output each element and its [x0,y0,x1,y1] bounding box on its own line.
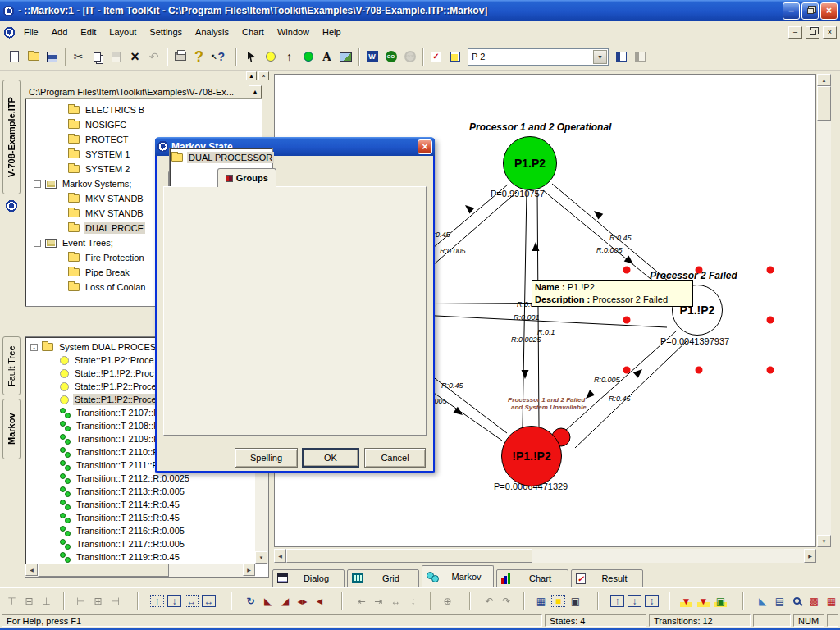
tree-item[interactable]: Transition::T 2117::R:0.005 [25,537,255,550]
copy-icon[interactable] [88,48,107,66]
size-tallest-icon[interactable]: ↑ [148,592,166,609]
state-node[interactable]: P1.P2 [503,136,557,190]
grid-icon[interactable]: ▦ [532,592,550,609]
print-icon[interactable] [171,48,189,66]
node-tool-icon[interactable] [299,48,317,66]
align-bottom-icon[interactable]: ⊥ [38,592,55,609]
cascade-windows-icon[interactable] [631,48,650,66]
panel-scroll-up-button[interactable]: ▲ [246,71,257,80]
new-icon[interactable] [5,48,24,66]
tab-dialog[interactable]: Dialog [272,569,345,587]
image-tool-icon[interactable] [336,48,355,66]
size-widest-icon[interactable]: ↔ [183,592,200,609]
menu-item[interactable]: Edit [74,24,103,40]
size-shortest-icon[interactable]: ↓ [166,592,183,609]
context-help-icon[interactable]: ? [208,48,227,66]
stop-analysis-icon[interactable]: STOP [400,48,419,66]
save-icon[interactable] [43,48,62,66]
duplicate-icon[interactable]: ▣ [567,592,584,609]
tab-markov[interactable]: Markov [422,565,494,587]
tree-scroll-up-button[interactable]: ▲ [249,85,262,98]
undo-icon[interactable]: ↶ [144,48,163,66]
size-narrowest-icon[interactable]: ↔ [200,592,217,609]
regions-icon[interactable]: ▩ [806,592,823,609]
combobox-dropdown-icon[interactable]: ▼ [593,50,607,64]
close-button[interactable]: × [820,2,838,20]
order-icon[interactable]: ↕ [643,592,660,609]
swap-order-icon[interactable]: ▣ [712,592,729,609]
flip-horizontal-icon[interactable]: ◂▸ [294,592,311,609]
move-forward-icon[interactable]: ▼ [678,592,695,609]
blocks-icon[interactable]: ▦ [823,592,840,609]
sidebar-tab-fault-tree[interactable]: Fault Tree [2,336,21,395]
align-right-icon[interactable]: ⊣ [107,592,124,609]
canvas-vscrollbar[interactable]: ▲ ▼ [817,74,831,547]
tab-grid[interactable]: Grid [347,569,419,587]
align-left-icon[interactable]: ⊢ [72,592,89,609]
center-vertical-icon[interactable]: ↕ [404,592,422,609]
move-backward-icon[interactable]: ▼ [695,592,712,609]
center-page-icon[interactable]: ⊕ [439,592,456,609]
menu-item[interactable]: File [17,24,45,40]
text-tool-icon[interactable]: A [317,48,336,66]
open-icon[interactable] [24,48,43,66]
rotate-left-icon[interactable]: ◣ [259,592,276,609]
menu-item[interactable]: Chart [235,24,271,40]
cancel-button[interactable]: Cancel [364,448,426,468]
redo-move-icon[interactable]: ↷ [498,592,515,609]
snap-grid-icon[interactable]: ■ [550,592,567,609]
state-selector-combobox[interactable]: P 2 ▼ [468,48,609,66]
send-to-back-icon[interactable]: ↓ [626,592,643,609]
tab-chart[interactable]: Chart [496,569,568,587]
spelling-button[interactable]: Spelling [235,448,298,468]
dialog-tab[interactable]: Groups [217,168,276,187]
bring-to-front-icon[interactable]: ↑ [609,592,626,609]
sidebar-tab-project[interactable]: V-708-Example.ITP [2,80,21,194]
menu-item[interactable]: Settings [143,24,189,40]
dialog-close-button[interactable]: × [418,139,432,154]
tree-item[interactable]: Transition::T 2115::R:0.45 [25,511,255,524]
delete-icon[interactable]: × [126,48,144,66]
undo-move-icon[interactable]: ↶ [481,592,498,609]
tree-item[interactable]: Transition::T 2112::R:0.0025 [25,472,255,485]
menu-item[interactable]: Layout [103,24,143,40]
tile-windows-icon[interactable] [612,48,631,66]
paste-icon[interactable] [107,48,126,66]
go-analysis-icon[interactable]: GO [381,48,400,66]
ok-button[interactable]: OK [302,448,359,468]
tree-item[interactable]: ELECTRICS B [25,103,262,117]
tab-result[interactable]: ✓ Result [571,569,643,587]
menu-item[interactable]: Add [45,24,75,40]
menu-item[interactable]: Analysis [189,24,235,40]
select-tool-icon[interactable] [242,48,261,66]
panel-close-button[interactable]: × [258,71,269,80]
minimize-button[interactable]: – [783,2,800,20]
menu-item[interactable]: Window [271,24,316,40]
markov-tree-hscrollbar[interactable]: ◀▶ [25,564,255,577]
mdi-minimize-button[interactable]: – [788,26,802,39]
tree-item[interactable]: Transition::T 2114::R:0.45 [25,498,255,511]
align-middle-icon[interactable]: ⊟ [21,592,38,609]
state-node[interactable]: !P1.!P2 [501,426,562,486]
tree-item[interactable]: NOSIGFC [25,117,262,132]
tree-expander[interactable]: - [30,344,38,351]
rotate-right-icon[interactable]: ◢ [276,592,294,609]
mdi-restore-button[interactable] [806,26,819,39]
word-export-icon[interactable]: W [363,48,381,66]
same-height-icon[interactable]: ⇥ [370,592,387,609]
tree-item[interactable]: Transition::T 2113::R:0.005 [25,485,255,498]
tree-item[interactable]: Transition::T 2116::R:0.005 [25,524,255,537]
tree-item[interactable]: Transition::T 2119::R:0.45 [25,550,255,564]
flip-vertical-icon[interactable]: ◄ [311,592,328,609]
align-top-icon[interactable]: ⊤ [3,592,21,609]
measure-icon[interactable]: ◣ [754,592,771,609]
properties-icon[interactable]: ▤ [771,592,788,609]
restore-button[interactable] [801,2,819,20]
same-size-icon[interactable]: ↔ [387,592,404,609]
hierarchy-icon[interactable] [445,48,464,66]
state-tool-icon[interactable] [261,48,280,66]
mdi-close-button[interactable]: × [823,26,837,39]
group-list-item[interactable]: DUAL PROCESSOR [171,150,271,165]
cut-icon[interactable]: ✂ [69,48,88,66]
sidebar-tab-markov[interactable]: Markov [2,399,21,459]
